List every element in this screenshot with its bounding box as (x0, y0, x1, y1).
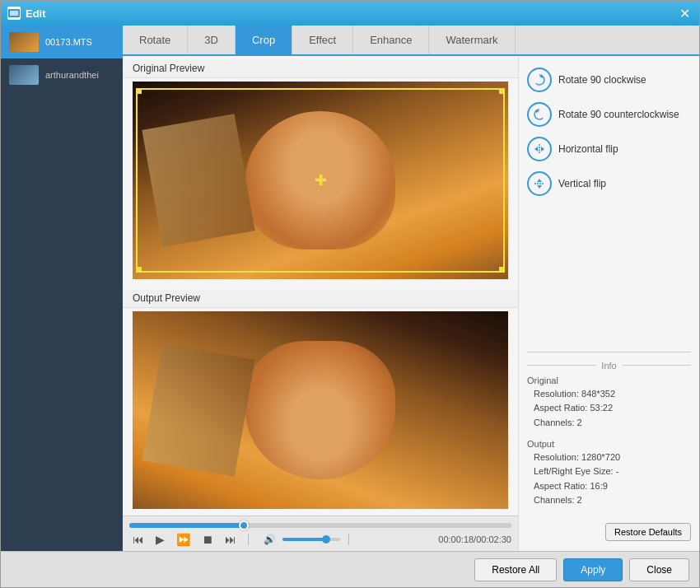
fast-forward-button[interactable]: ⏩ (173, 531, 194, 548)
output-preview-label: Output Preview (123, 289, 518, 308)
time-display: 00:00:18/00:02:30 (438, 534, 511, 544)
sidebar-item-label-2: arthurandthei (45, 70, 99, 80)
info-output-group: Output Resolution: 1280*720 Left/Right E… (527, 439, 691, 508)
crop-corner-tl[interactable] (137, 89, 142, 94)
tab-rotate[interactable]: Rotate (123, 26, 188, 54)
info-original-channels: Channels: 2 (527, 416, 691, 431)
vflip-item[interactable]: Vertical flip (527, 170, 691, 198)
original-preview-label: Original Preview (123, 59, 518, 78)
original-preview-frame: ✚ (133, 82, 508, 279)
svg-marker-6 (541, 147, 544, 152)
volume-bar[interactable] (282, 538, 340, 541)
info-original-resolution: Resolution: 848*352 (527, 387, 691, 402)
tab-watermark[interactable]: Watermark (429, 26, 515, 54)
restore-defaults-button[interactable]: Restore Defaults (605, 523, 691, 541)
rotate-cw-icon (527, 68, 552, 92)
main-content: 00173.MTS arthurandthei Rotate 3D Cro (1, 26, 699, 551)
close-button[interactable]: Close (629, 558, 689, 581)
progress-thumb[interactable] (239, 520, 249, 530)
skip-end-button[interactable]: ⏭ (222, 531, 240, 548)
crop-border: ✚ (136, 88, 505, 273)
rotate-cw-label: Rotate 90 clockwise (558, 74, 646, 86)
info-original-label: Original (527, 376, 691, 385)
divider-2 (348, 534, 349, 545)
edit-window: Edit ✕ 00173.MTS arthurandthei (0, 0, 700, 588)
mute-button[interactable]: 🔊 (260, 532, 279, 547)
sidebar-thumb-2 (9, 65, 39, 85)
info-output-lr-eye: Left/Right Eye Size: - (527, 464, 691, 479)
crop-corner-br[interactable] (499, 267, 504, 272)
crop-overlay: ✚ (133, 82, 508, 279)
progress-bar-container (129, 523, 511, 528)
info-output-label: Output (527, 439, 691, 449)
rotate-ccw-icon (527, 102, 552, 127)
info-output-aspect: Aspect Ratio: 16:9 (527, 479, 691, 494)
output-preview-section: Output Preview (123, 286, 518, 516)
tab-effect[interactable]: Effect (292, 26, 353, 54)
window-title: Edit (26, 7, 676, 20)
action-list: Rotate 90 clockwise Rotate 90 counterclo… (527, 66, 691, 198)
tab-3d[interactable]: 3D (188, 26, 236, 54)
crop-center-crosshair: ✚ (315, 173, 327, 188)
info-output-resolution: Resolution: 1280*720 (527, 450, 691, 465)
rotate-ccw-label: Rotate 90 counterclockwise (558, 109, 679, 120)
svg-marker-9 (537, 185, 542, 189)
original-preview-section: Original Preview (123, 56, 518, 286)
volume-area: 🔊 (260, 532, 340, 547)
volume-fill (282, 538, 326, 541)
controls-row: ⏮ ▶ ⏩ ⏹ ⏭ 🔊 (129, 531, 511, 548)
divider-1 (248, 534, 249, 545)
stop-button[interactable]: ⏹ (198, 531, 217, 548)
play-button[interactable]: ▶ (152, 531, 168, 548)
restore-all-button[interactable]: Restore All (474, 558, 557, 581)
player-controls: ⏮ ▶ ⏩ ⏹ ⏭ 🔊 (123, 516, 518, 551)
rotate-cw-item[interactable]: Rotate 90 clockwise (527, 66, 691, 94)
apply-button[interactable]: Apply (563, 558, 623, 581)
sidebar-item-file1[interactable]: 00173.MTS (1, 26, 123, 58)
vflip-icon (527, 171, 552, 196)
info-section: Info Original Resolution: 848*352 Aspect… (527, 352, 691, 541)
crop-corner-bl[interactable] (137, 267, 142, 272)
info-output-channels: Channels: 2 (527, 493, 691, 508)
info-original-group: Original Resolution: 848*352 Aspect Rati… (527, 376, 691, 431)
bottom-bar: Restore All Apply Close (1, 551, 699, 587)
crop-corner-tr[interactable] (499, 89, 504, 94)
hflip-item[interactable]: Horizontal flip (527, 135, 691, 163)
skip-start-button[interactable]: ⏮ (129, 531, 147, 548)
content-body: Original Preview (123, 56, 699, 551)
sidebar-item-label-1: 00173.MTS (45, 37, 92, 47)
content-area: Rotate 3D Crop Effect Enhance Watermark (123, 26, 699, 551)
sidebar-thumb-1 (9, 32, 39, 52)
svg-rect-1 (10, 11, 18, 16)
svg-marker-5 (534, 147, 538, 152)
hflip-icon (527, 137, 552, 161)
rotate-ccw-item[interactable]: Rotate 90 counterclockwise (527, 100, 691, 128)
preview-area: Original Preview (123, 56, 518, 551)
right-panel: Rotate 90 clockwise Rotate 90 counterclo… (518, 56, 699, 551)
hflip-label: Horizontal flip (558, 143, 618, 155)
svg-marker-8 (537, 179, 542, 182)
volume-thumb[interactable] (322, 535, 330, 544)
info-title: Info (527, 361, 691, 371)
tab-enhance[interactable]: Enhance (353, 26, 429, 54)
window-icon (7, 7, 21, 20)
tab-bar: Rotate 3D Crop Effect Enhance Watermark (123, 26, 699, 56)
info-original-aspect: Aspect Ratio: 53:22 (527, 401, 691, 416)
output-preview-frame (133, 311, 508, 509)
progress-fill (129, 523, 244, 528)
sidebar: 00173.MTS arthurandthei (1, 26, 123, 551)
progress-bar[interactable] (129, 523, 511, 528)
close-window-button[interactable]: ✕ (676, 5, 693, 21)
vflip-label: Vertical flip (558, 178, 606, 189)
title-bar: Edit ✕ (1, 1, 699, 26)
sidebar-item-file2[interactable]: arthurandthei (1, 58, 123, 91)
tab-crop[interactable]: Crop (236, 26, 292, 54)
